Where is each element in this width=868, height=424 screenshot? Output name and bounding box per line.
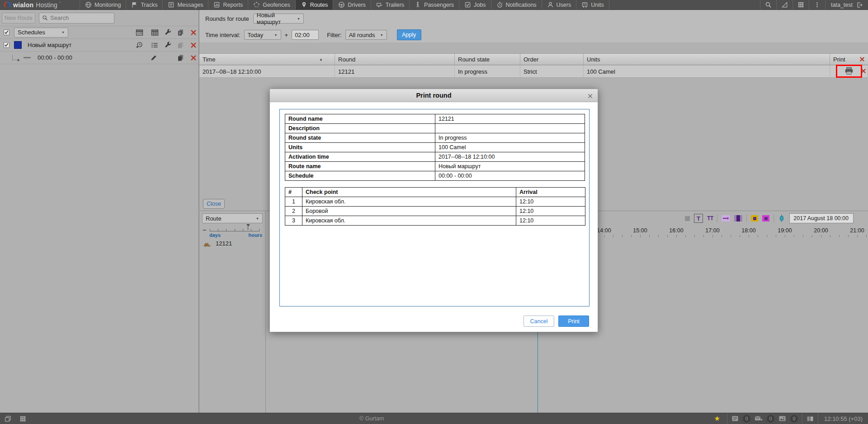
edit-pencil-icon[interactable] (150, 54, 157, 61)
timeline-mode-select[interactable]: Route▼ (202, 213, 263, 223)
schedule-time-label: 00:00 - 00:00 (38, 54, 72, 61)
rounds-table-header: Time ▲ Round Round state Order Units Pri… (199, 53, 868, 65)
timeline-date-box[interactable]: 2017 August 18 00:00 (789, 213, 854, 223)
grid-view-icon[interactable] (19, 415, 26, 422)
properties-wrench-icon[interactable] (165, 29, 172, 36)
search-input[interactable] (50, 14, 104, 21)
tab-users[interactable]: Users (542, 0, 576, 9)
log-icon[interactable] (731, 415, 739, 422)
tab-units[interactable]: Units (576, 0, 609, 9)
sidebar-search[interactable] (39, 13, 114, 24)
cp-num: 3 (285, 216, 302, 226)
copyright-label: © Gurtam (359, 415, 384, 422)
schedule-dash-icon (24, 57, 31, 58)
print-round-button[interactable] (844, 67, 854, 75)
tab-messages[interactable]: Messages (162, 0, 208, 9)
nav-more-button[interactable] (809, 0, 825, 9)
panel-toggle-icon[interactable] (807, 416, 814, 422)
tab-trailers[interactable]: Trailers (371, 0, 409, 9)
column-label: Units (587, 56, 600, 63)
nav-right-tools: tata_test (760, 0, 868, 9)
delete-round-icon[interactable] (861, 68, 866, 74)
column-header-round[interactable]: Round (335, 54, 455, 65)
nav-ruler-button[interactable] (776, 0, 793, 9)
double-track-icon[interactable]: TT (707, 215, 713, 221)
delete-x-icon[interactable] (190, 42, 197, 48)
tab-geofences[interactable]: Geofences (248, 0, 295, 9)
route-checkbox[interactable] (4, 42, 9, 48)
interval-time-input[interactable] (292, 30, 319, 40)
sidebar-row-route[interactable]: Новый маршрут (0, 39, 198, 52)
route-filter-select[interactable]: Новый маршрут▼ (253, 14, 304, 24)
tab-passengers[interactable]: Passengers (409, 0, 459, 9)
tab-notifications[interactable]: Notifications (491, 0, 542, 9)
delete-x-icon[interactable] (190, 29, 197, 36)
table-view-icon[interactable] (151, 29, 159, 36)
print-column-close-icon[interactable] (859, 57, 865, 62)
print-button[interactable]: Print (558, 316, 589, 327)
copy-icon[interactable] (177, 29, 184, 36)
column-label: Print (833, 56, 845, 63)
logout-icon (856, 2, 863, 8)
delete-x-icon[interactable] (190, 55, 197, 61)
chevron-down-icon: ▼ (274, 33, 278, 37)
tab-reports[interactable]: Reports (208, 0, 248, 9)
schedules-select[interactable]: Schedules▼ (14, 28, 68, 38)
sidebar-row-schedule[interactable]: 00:00 - 00:00 (0, 52, 198, 64)
copy-icon[interactable] (177, 54, 184, 61)
media-icon[interactable] (778, 415, 786, 422)
tab-drivers[interactable]: Drivers (333, 0, 371, 9)
single-track-icon[interactable]: T (694, 214, 703, 223)
favorites-star-icon[interactable]: ★ (714, 415, 720, 423)
properties-wrench-icon[interactable] (165, 42, 172, 49)
logo-product: Hosting (36, 1, 57, 9)
time-interval-label: Time interval: (205, 32, 241, 38)
cp-point: Кировская обл. (302, 197, 516, 207)
tab-monitoring[interactable]: Monitoring (80, 0, 126, 9)
divider (746, 214, 747, 222)
cp-arrival: 12:10 (516, 207, 585, 216)
info-label: Round state (285, 133, 435, 143)
rounds-history-icon[interactable] (136, 41, 143, 49)
cancel-button[interactable]: Cancel (524, 316, 554, 327)
rounds-filter-select[interactable]: All rounds▼ (345, 30, 387, 40)
column-header-order[interactable]: Order (520, 54, 584, 65)
round-table-row[interactable]: 2017--08--18 12:10:00 12121 In progress … (199, 66, 868, 78)
tab-label: Monitoring (94, 2, 121, 8)
user-menu[interactable]: tata_test (825, 0, 868, 9)
dialog-close-icon[interactable] (586, 92, 594, 99)
tab-routes[interactable]: Routes (295, 0, 333, 9)
geofences-icon (253, 1, 260, 8)
interval-bar-icon[interactable] (734, 215, 742, 221)
column-label: Order (524, 56, 538, 63)
nav-apps-button[interactable] (793, 0, 809, 9)
yellow-layer-icon[interactable] (751, 215, 758, 221)
kebab-menu-icon (814, 1, 821, 8)
timeline-square-icon[interactable] (685, 216, 690, 221)
column-header-units[interactable]: Units (584, 54, 830, 65)
timeline-round-item[interactable]: 12121 (203, 240, 232, 247)
table-row: Schedule00:00 - 00:00 (285, 171, 585, 181)
time-cursor-icon[interactable] (778, 214, 785, 222)
schedules-checkbox[interactable] (4, 29, 9, 35)
filter-label: Filter: (327, 32, 342, 38)
hour-label: 16:00 (669, 227, 683, 234)
messages-forward-icon[interactable] (755, 415, 763, 422)
window-layout-icon[interactable] (5, 415, 11, 422)
tab-jobs[interactable]: Jobs (459, 0, 491, 9)
hour-label: 20:00 (814, 227, 828, 234)
table-row: 2Боровой12:10 (285, 207, 585, 216)
close-button[interactable]: Close (203, 199, 225, 209)
rounds-list-icon[interactable] (151, 42, 158, 48)
apply-button[interactable]: Apply (397, 29, 421, 40)
nav-search-button[interactable] (760, 0, 776, 9)
table-row: Route nameНовый маршрут (285, 162, 585, 171)
magenta-layer-icon[interactable] (762, 215, 769, 221)
calendar-view-icon[interactable] (136, 29, 143, 36)
column-header-round-state[interactable]: Round state (455, 54, 520, 65)
new-route-button[interactable]: New Route (2, 13, 35, 24)
column-header-time[interactable]: Time ▲ (199, 54, 335, 65)
tab-tracks[interactable]: Tracks (126, 0, 162, 9)
interval-select[interactable]: Today▼ (244, 30, 281, 40)
event-marker-icon[interactable] (722, 215, 730, 221)
